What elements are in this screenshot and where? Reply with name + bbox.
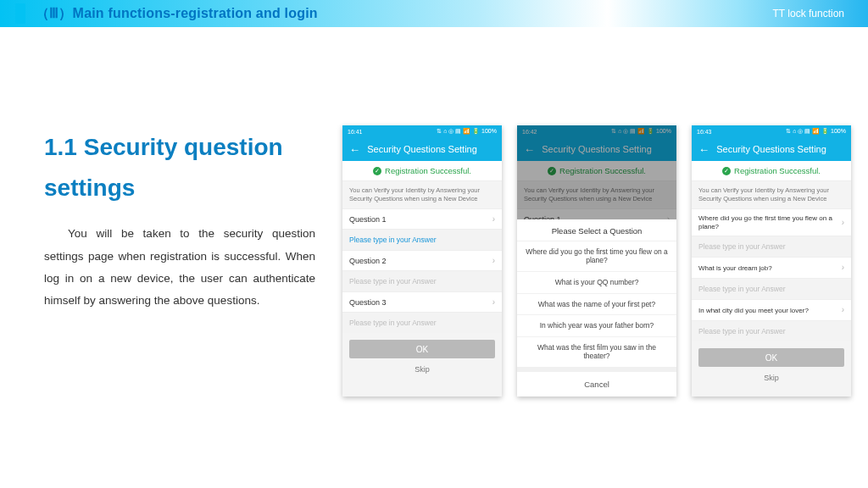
chevron-right-icon: ›	[842, 305, 844, 315]
question-2-row[interactable]: What is your dream job? ›	[692, 257, 851, 279]
hint-text: You can Verify your Identity by Answerin…	[342, 181, 502, 208]
appbar-title: Security Questions Setting	[367, 144, 477, 154]
chevron-right-icon: ›	[842, 218, 844, 228]
ok-button[interactable]: OK	[698, 348, 844, 367]
question-picker-sheet: Please Select a Question Where did you g…	[517, 219, 676, 396]
question-1-label: Question 1	[349, 215, 387, 224]
phone-screenshot-2: 16:42 ⇅ ⌂ ◎ ▤ 📶 🔋 100% ← Security Questi…	[517, 125, 676, 396]
status-time: 16:41	[348, 129, 363, 135]
question-1-row[interactable]: Question 1 ›	[342, 208, 502, 230]
slide-topbar: （Ⅲ）Main functions-registration and login…	[0, 0, 868, 27]
question-2-label: What is your dream job?	[698, 264, 772, 273]
check-icon: ✓	[722, 167, 731, 175]
ok-button[interactable]: OK	[349, 340, 495, 358]
answer-1-input[interactable]: Please type in your Answer	[692, 236, 851, 257]
answer-2-input[interactable]: Please type in your Answer	[692, 279, 851, 299]
status-bar: 16:43 ⇅ ⌂ ◎ ▤ 📶 🔋 100%	[692, 125, 851, 137]
success-banner: ✓ Registration Successful.	[692, 161, 851, 181]
answer-3-input[interactable]: Please type in your Answer	[692, 321, 851, 341]
chevron-right-icon: ›	[492, 214, 495, 224]
answer-3-input[interactable]: Please type in your Answer	[342, 313, 502, 333]
app-bar: ← Security Questions Setting	[342, 137, 502, 161]
status-bar: 16:41 ⇅ ⌂ ◎ ▤ 📶 🔋 100%	[342, 125, 502, 137]
section-heading: 1.1 Security question settings	[44, 127, 315, 208]
banner-text: Registration Successful.	[385, 166, 471, 175]
banner-text: Registration Successful.	[734, 166, 821, 175]
status-icons: ⇅ ⌂ ◎ ▤ 📶 🔋 100%	[437, 128, 497, 135]
topbar-accent	[15, 3, 25, 24]
question-3-label: Question 3	[349, 298, 387, 307]
chevron-right-icon: ›	[492, 256, 495, 265]
phone-row: 16:41 ⇅ ⌂ ◎ ▤ 📶 🔋 100% ← Security Questi…	[342, 125, 851, 396]
sheet-option[interactable]: What is your QQ number?	[517, 271, 676, 293]
topbar-title: （Ⅲ）Main functions-registration and login	[36, 5, 318, 23]
success-banner: ✓ Registration Successful.	[342, 161, 502, 181]
hint-text: You can Verify your Identity by Answerin…	[692, 181, 851, 208]
chevron-right-icon: ›	[492, 297, 495, 307]
appbar-title: Security Questions Setting	[716, 144, 826, 154]
phone-screenshot-3: 16:43 ⇅ ⌂ ◎ ▤ 📶 🔋 100% ← Security Questi…	[692, 125, 851, 396]
skip-link[interactable]: Skip	[342, 362, 502, 380]
question-3-row[interactable]: Question 3 ›	[342, 291, 502, 313]
back-icon[interactable]: ←	[349, 143, 360, 156]
answer-1-input[interactable]: Please type in your Answer	[342, 230, 502, 250]
chevron-right-icon: ›	[842, 263, 844, 273]
sheet-cancel[interactable]: Cancel	[517, 367, 676, 396]
status-time: 16:43	[697, 129, 712, 135]
sheet-option[interactable]: What was the first film you saw in the t…	[517, 336, 676, 367]
sheet-option[interactable]: In which year was your father born?	[517, 314, 676, 336]
check-icon: ✓	[373, 167, 381, 175]
question-1-label: Where did you go the first time you flew…	[698, 214, 842, 230]
phone-screenshot-1: 16:41 ⇅ ⌂ ◎ ▤ 📶 🔋 100% ← Security Questi…	[342, 125, 502, 396]
question-2-row[interactable]: Question 2 ›	[342, 250, 502, 271]
sheet-option[interactable]: What was the name of your first pet?	[517, 293, 676, 315]
sheet-option[interactable]: Where did you go the first time you flew…	[517, 241, 676, 271]
sheet-title: Please Select a Question	[517, 219, 676, 241]
back-icon[interactable]: ←	[698, 143, 709, 156]
question-3-row[interactable]: In what city did you meet your lover? ›	[692, 299, 851, 321]
topbar-tag: TT lock function	[773, 8, 844, 19]
question-1-row[interactable]: Where did you go the first time you flew…	[692, 208, 851, 236]
answer-2-input[interactable]: Please type in your Answer	[342, 271, 502, 291]
skip-link[interactable]: Skip	[692, 370, 851, 389]
app-bar: ← Security Questions Setting	[692, 137, 851, 161]
question-3-label: In what city did you meet your lover?	[698, 307, 809, 315]
section-body: You will be taken to the security questi…	[44, 223, 315, 312]
text-content: 1.1 Security question settings You will …	[44, 127, 315, 312]
status-icons: ⇅ ⌂ ◎ ▤ 📶 🔋 100%	[786, 128, 846, 135]
question-2-label: Question 2	[349, 257, 387, 265]
